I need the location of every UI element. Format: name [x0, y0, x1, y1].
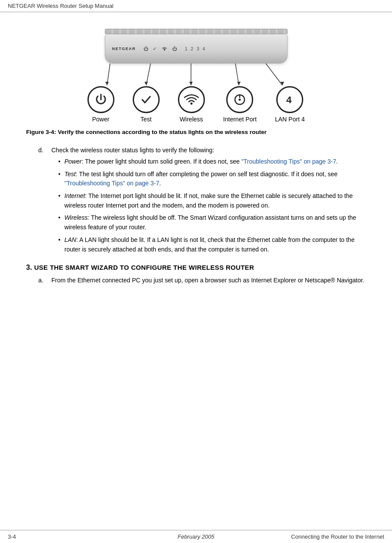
section-3-number: 3.: [26, 264, 32, 271]
icon-item-internet: Internet Port: [223, 86, 257, 123]
footer-center: February 2005: [178, 533, 214, 540]
step-d-letter: d.: [38, 147, 46, 154]
bullet-wireless: Wireless: The wireless light should be o…: [58, 213, 366, 232]
internet-label: Internet Port: [223, 116, 257, 123]
bullet-test: Test: The test light should turn off aft…: [58, 170, 366, 188]
bullet-lan-prefix: LAN: [64, 236, 76, 243]
footer-left: 3-4: [8, 533, 16, 540]
router-brand: NETGEAR: [112, 47, 136, 51]
figure-caption: Figure 3-4: Verify the connections accor…: [26, 129, 366, 135]
icons-row: Power Test: [83, 86, 309, 123]
router-check-icon: ✓: [153, 46, 157, 52]
bullet-power: Power: The power light should turn solid…: [58, 157, 366, 167]
router-numbers: 1 2 3 4: [185, 47, 205, 51]
section-a-header: a. From the Ethernet connected PC you ju…: [38, 277, 366, 284]
icon-item-power: Power: [87, 86, 114, 123]
svg-marker-6: [189, 82, 193, 85]
router-internet-icon: ⏻: [172, 46, 177, 51]
test-label: Test: [141, 116, 152, 123]
bullet-internet-prefix: Internet: [64, 192, 85, 199]
bullet-power-prefix: Power: [64, 158, 82, 165]
router-num-4: 4: [203, 47, 205, 51]
bullet-test-text: : The test light should turn off after c…: [76, 171, 338, 178]
svg-point-14: [239, 99, 241, 101]
router-box: NETGEAR ⏻ ✓ ⏻ 1 2: [105, 34, 288, 64]
bullet-internet-text: : The Internet port light should be lit.…: [64, 192, 353, 209]
bullet-lan: LAN: A LAN light should be lit. If a LAN…: [58, 235, 366, 254]
icon-item-lan4: 4 LAN Port 4: [275, 86, 305, 123]
header-title: NETGEAR Wireless Router Setup Manual: [8, 3, 114, 9]
internet-icon-circle: [226, 86, 253, 113]
bullet-test-link[interactable]: "Troubleshooting Tips" on page 3-7: [64, 180, 159, 187]
power-label: Power: [92, 116, 110, 123]
router-num-1: 1: [185, 47, 188, 51]
router-power-icon: ⏻: [144, 46, 148, 51]
test-icon-circle: [133, 86, 160, 113]
bullet-power-link[interactable]: "Troubleshooting Tips" on page 3-7: [241, 158, 336, 165]
section-d: d. Check the wireless router status ligh…: [38, 147, 366, 254]
step-d-text: Check the wireless router status lights …: [51, 147, 214, 154]
router-diagram: NETGEAR ⏻ ✓ ⏻ 1 2: [83, 29, 309, 123]
router-num-3: 3: [197, 47, 199, 51]
section-3: 3. Use the Smart Wizard to Configure the…: [26, 264, 366, 284]
svg-point-0: [164, 50, 165, 50]
svg-marker-2: [105, 82, 109, 85]
page-footer: 3-4 February 2005 Connecting the Router …: [0, 530, 392, 543]
section-3-title: Use the Smart Wizard to Configure the Wi…: [34, 264, 254, 271]
bullet-list: Power: The power light should turn solid…: [58, 157, 366, 254]
svg-line-9: [266, 64, 282, 85]
bullet-power-suffix: .: [336, 158, 338, 165]
step-a-text: From the Ethernet connected PC you just …: [51, 277, 364, 284]
svg-marker-4: [144, 82, 148, 85]
main-content: NETGEAR ⏻ ✓ ⏻ 1 2: [0, 12, 392, 313]
svg-marker-8: [237, 82, 241, 85]
router-top-lines: [105, 29, 288, 34]
router-num-2: 2: [191, 47, 194, 51]
page-header: NETGEAR Wireless Router Setup Manual: [0, 0, 392, 12]
bullet-wireless-text: The wireless light should be off. The Sm…: [64, 214, 356, 231]
wireless-icon-circle: [178, 86, 205, 113]
bullet-test-prefix: Test: [64, 171, 76, 178]
bullet-power-text: : The power light should turn solid gree…: [82, 158, 241, 165]
footer-right: Connecting the Router to the Internet: [291, 533, 384, 540]
bullet-internet: Internet: The Internet port light should…: [58, 191, 366, 210]
svg-text:4: 4: [286, 94, 292, 105]
section-a: a. From the Ethernet connected PC you ju…: [38, 277, 366, 284]
icon-item-test: Test: [133, 86, 160, 123]
section-d-header: d. Check the wireless router status ligh…: [38, 147, 366, 154]
step-a-letter: a.: [38, 277, 46, 284]
router-wireless-icon: [161, 45, 168, 52]
section-3-heading: 3. Use the Smart Wizard to Configure the…: [26, 264, 366, 272]
svg-point-11: [190, 103, 192, 105]
lan4-icon-circle: 4: [276, 86, 303, 113]
power-icon-circle: [87, 86, 114, 113]
bullet-test-suffix: .: [159, 180, 161, 187]
figure-container: NETGEAR ⏻ ✓ ⏻ 1 2: [26, 29, 366, 143]
router-icons-row: ⏻ ✓ ⏻ 1 2 3 4: [144, 45, 280, 52]
lan4-label: LAN Port 4: [275, 116, 305, 123]
wireless-label: Wireless: [180, 116, 203, 123]
bullet-wireless-prefix: Wireless:: [64, 214, 89, 221]
arrows-svg: [83, 64, 309, 86]
bullet-lan-text: : A LAN light should be lit. If a LAN li…: [64, 236, 355, 253]
icon-item-wireless: Wireless: [178, 86, 205, 123]
